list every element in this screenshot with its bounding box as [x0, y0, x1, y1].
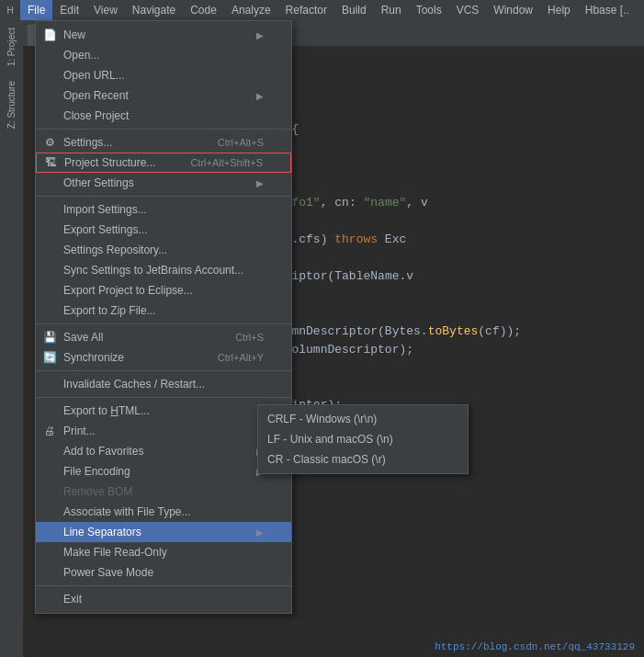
menu-item-open[interactable]: Open... [36, 45, 291, 65]
sync-icon: 🔄 [40, 351, 59, 364]
menu-item-file-encoding[interactable]: File Encoding ▶ [36, 461, 291, 481]
print-icon: 🖨 [40, 425, 59, 437]
menu-item-sync-settings[interactable]: Sync Settings to JetBrains Account... [36, 260, 291, 280]
menu-item-project-structure[interactable]: 🏗 Project Structure... Ctrl+Alt+Shift+S [36, 153, 291, 173]
settings-icon: ⚙ [40, 136, 59, 149]
project-structure-icon: 🏗 [41, 156, 60, 169]
menu-item-save-all[interactable]: 💾 Save All Ctrl+S [36, 327, 291, 347]
menu-item-export-eclipse[interactable]: Export Project to Eclipse... [36, 280, 291, 300]
menu-item-open-recent[interactable]: Open Recent ▶ [36, 85, 291, 106]
separator [36, 397, 291, 398]
menu-item-line-separators[interactable]: Line Separators ▶ [36, 522, 291, 542]
menu-item-add-favorites[interactable]: Add to Favorites ▶ [36, 441, 291, 461]
menu-item-export-zip[interactable]: Export to Zip File... [36, 300, 291, 321]
separator [36, 585, 291, 586]
menu-item-exit[interactable]: Exit [36, 589, 291, 609]
menu-item-associate[interactable]: Associate with File Type... [36, 502, 291, 522]
submenu-item-cr[interactable]: CR - Classic macOS (\r) [258, 449, 468, 470]
menu-item-open-url[interactable]: Open URL... [36, 65, 291, 85]
menu-item-remove-bom: Remove BOM [36, 481, 291, 502]
file-menu: 📄 New ▶ Open... Open URL... Open Recent … [35, 20, 292, 614]
menu-item-settings-repo[interactable]: Settings Repository... [36, 240, 291, 260]
menu-item-settings[interactable]: ⚙ Settings... Ctrl+Alt+S [36, 132, 291, 153]
submenu-item-lf[interactable]: LF - Unix and macOS (\n) [258, 429, 468, 449]
menu-item-close-project[interactable]: Close Project [36, 106, 291, 126]
menu-item-export-settings[interactable]: Export Settings... [36, 220, 291, 240]
dropdown-overlay: 📄 New ▶ Open... Open URL... Open Recent … [0, 0, 644, 657]
menu-item-print[interactable]: 🖨 Print... [36, 421, 291, 441]
separator [36, 129, 291, 130]
menu-item-new[interactable]: 📄 New ▶ [36, 25, 291, 45]
menu-item-make-read-only[interactable]: Make File Read-Only [36, 542, 291, 562]
menu-item-synchronize[interactable]: 🔄 Synchronize Ctrl+Alt+Y [36, 347, 291, 368]
separator [36, 196, 291, 197]
menu-item-power-save[interactable]: Power Save Mode [36, 562, 291, 583]
menu-item-export-html[interactable]: Export to HTML... [36, 401, 291, 421]
separator [36, 323, 291, 324]
line-separators-submenu: CRLF - Windows (\r\n) LF - Unix and macO… [257, 404, 469, 474]
separator [36, 370, 291, 371]
menu-item-other-settings[interactable]: Other Settings ▶ [36, 173, 291, 193]
new-icon: 📄 [40, 28, 59, 41]
menu-item-import-settings[interactable]: Import Settings... [36, 199, 291, 220]
submenu-item-crlf[interactable]: CRLF - Windows (\r\n) [258, 409, 468, 429]
save-icon: 💾 [40, 331, 59, 344]
menu-item-invalidate[interactable]: Invalidate Caches / Restart... [36, 374, 291, 394]
